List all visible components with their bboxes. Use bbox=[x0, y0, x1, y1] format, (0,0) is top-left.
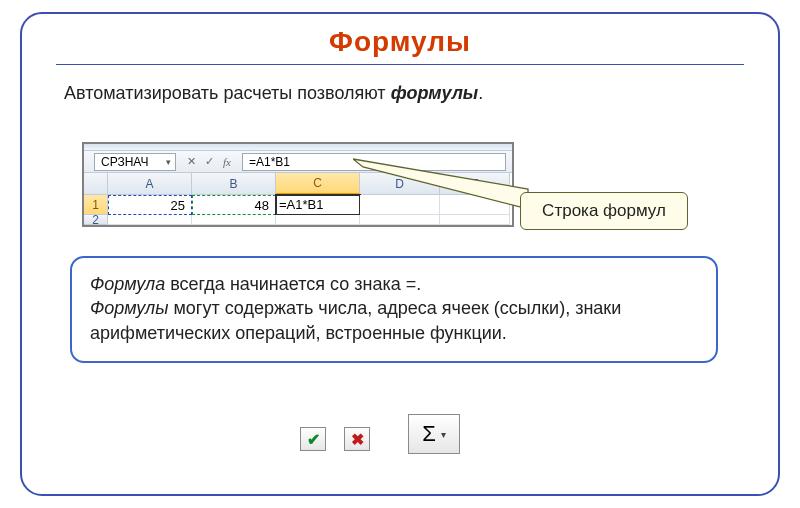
name-box[interactable]: СРЗНАЧ ▾ bbox=[94, 153, 176, 171]
title: Формулы bbox=[22, 26, 778, 58]
name-box-dropdown-icon[interactable]: ▾ bbox=[161, 157, 175, 167]
cell-b1[interactable]: 48 bbox=[192, 195, 276, 215]
info-keyword-1: Формула bbox=[90, 274, 165, 294]
formula-bar-input[interactable]: =A1*B1 bbox=[242, 153, 506, 171]
bottom-buttons: ✔ ✖ Σ ▾ bbox=[300, 424, 460, 454]
cell-b2[interactable] bbox=[192, 215, 276, 225]
col-header-a[interactable]: A bbox=[108, 173, 192, 195]
sigma-icon: Σ bbox=[422, 421, 436, 447]
name-box-value: СРЗНАЧ bbox=[101, 155, 148, 169]
intro-suffix: . bbox=[478, 83, 483, 103]
formula-bar-row: СРЗНАЧ ▾ ✕ ✓ fx =A1*B1 bbox=[84, 151, 512, 173]
spreadsheet-grid: A B C D E 1 25 48 =A1*B1 2 bbox=[84, 173, 512, 225]
info-box: Формула всегда начинается со знака =. Фо… bbox=[70, 256, 718, 363]
enter-formula-icon[interactable]: ✓ bbox=[200, 154, 218, 170]
cell-c2[interactable] bbox=[276, 215, 360, 225]
cell-d2[interactable] bbox=[360, 215, 440, 225]
info-text-1: всегда начинается со знака =. bbox=[165, 274, 421, 294]
col-header-b[interactable]: B bbox=[192, 173, 276, 195]
divider bbox=[56, 64, 744, 65]
info-text-2: могут содержать числа, адреса ячеек (ссы… bbox=[90, 298, 621, 342]
cross-icon: ✖ bbox=[351, 430, 364, 449]
fx-icon[interactable]: fx bbox=[218, 154, 236, 170]
intro-keyword: формулы bbox=[391, 83, 479, 103]
select-all-corner[interactable] bbox=[84, 173, 108, 195]
cell-a1[interactable]: 25 bbox=[108, 195, 192, 215]
cell-d1[interactable] bbox=[360, 195, 440, 215]
callout-label: Строка формул bbox=[520, 192, 688, 230]
reject-button[interactable]: ✖ bbox=[344, 427, 370, 451]
excel-ribbon-strip bbox=[84, 144, 512, 151]
dropdown-icon: ▾ bbox=[441, 429, 446, 440]
card: Формулы Автоматизировать расчеты позволя… bbox=[20, 12, 780, 496]
row-header-2[interactable]: 2 bbox=[84, 215, 108, 225]
slide: Формулы Автоматизировать расчеты позволя… bbox=[0, 0, 800, 508]
col-header-e[interactable]: E bbox=[440, 173, 510, 195]
cell-e2[interactable] bbox=[440, 215, 510, 225]
excel-screenshot: СРЗНАЧ ▾ ✕ ✓ fx =A1*B1 A B C D E bbox=[82, 142, 514, 227]
cell-a2[interactable] bbox=[108, 215, 192, 225]
autosum-button[interactable]: Σ ▾ bbox=[408, 414, 460, 454]
cell-e1[interactable] bbox=[440, 195, 510, 215]
col-header-c[interactable]: C bbox=[276, 173, 360, 195]
cancel-formula-icon[interactable]: ✕ bbox=[182, 154, 200, 170]
col-header-d[interactable]: D bbox=[360, 173, 440, 195]
formula-bar-text: =A1*B1 bbox=[249, 155, 290, 169]
info-keyword-2: Формулы bbox=[90, 298, 168, 318]
check-icon: ✔ bbox=[307, 430, 320, 449]
formula-buttons: ✕ ✓ fx bbox=[182, 154, 236, 170]
intro-text: Автоматизировать расчеты позволяют форму… bbox=[64, 83, 778, 104]
accept-button[interactable]: ✔ bbox=[300, 427, 326, 451]
intro-prefix: Автоматизировать расчеты позволяют bbox=[64, 83, 391, 103]
cell-c1[interactable]: =A1*B1 bbox=[276, 195, 360, 215]
